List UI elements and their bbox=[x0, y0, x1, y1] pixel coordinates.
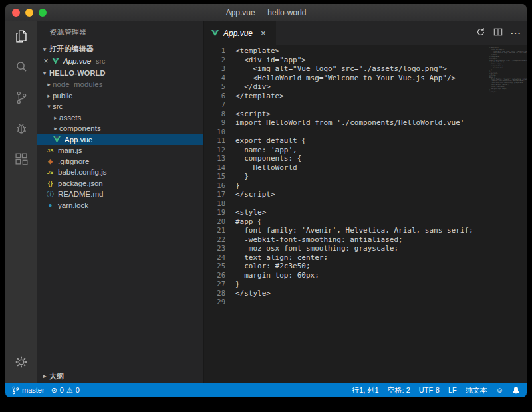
code-line[interactable]: 17</script> bbox=[204, 190, 527, 199]
code-line[interactable]: 3 <img alt="Vue logo" src="./assets/logo… bbox=[204, 64, 527, 74]
more-actions-icon[interactable]: ··· bbox=[511, 28, 521, 38]
tree-item-main.js[interactable]: JSmain.js bbox=[37, 145, 203, 156]
tree-item-label: package.json bbox=[58, 179, 103, 187]
code-line[interactable]: 28</style> bbox=[204, 289, 527, 298]
minimize-window-button[interactable] bbox=[25, 9, 33, 17]
sync-icon[interactable] bbox=[476, 27, 485, 39]
titlebar[interactable]: App.vue — hello-world bbox=[5, 4, 527, 21]
tree-item-README.md[interactable]: ⓘREADME.md bbox=[37, 189, 203, 200]
split-editor-icon[interactable] bbox=[493, 27, 503, 39]
line-number: 15 bbox=[204, 172, 225, 181]
outline-header[interactable]: ▸ 大纲 bbox=[37, 369, 203, 383]
eol-sequence[interactable]: LF bbox=[448, 386, 457, 394]
settings-gear-icon[interactable] bbox=[5, 347, 37, 377]
tree-item-label: node_modules bbox=[53, 80, 102, 88]
close-window-button[interactable] bbox=[12, 9, 20, 17]
debug-icon[interactable] bbox=[5, 113, 37, 144]
line-content: </template> bbox=[225, 92, 284, 101]
tree-item-assets[interactable]: ▸assets bbox=[37, 112, 203, 124]
code-line[interactable]: 21 font-family: 'Avenir', Helvetica, Ari… bbox=[204, 226, 527, 235]
tree-item-components[interactable]: ▸components bbox=[37, 123, 203, 134]
tree-item-yarn.lock[interactable]: ●yarn.lock bbox=[37, 200, 203, 211]
folder-header[interactable]: ▾ HELLO-WORLD bbox=[37, 66, 203, 79]
git-branch-item[interactable]: master bbox=[12, 386, 45, 395]
tree-item-label: components bbox=[59, 124, 101, 132]
line-number: 19 bbox=[204, 208, 225, 217]
extensions-icon[interactable] bbox=[5, 144, 37, 174]
code-line[interactable]: 19<style> bbox=[204, 208, 527, 217]
code-line[interactable]: 14 HelloWorld bbox=[204, 163, 527, 173]
status-bar: master ⊘ 0 ⚠ 0 行1, 列1 空格: 2 UTF-8 LF 纯文本… bbox=[5, 383, 527, 397]
code-line[interactable]: 9import HelloWorld from './components/He… bbox=[204, 118, 527, 128]
close-tab-icon[interactable]: × bbox=[261, 28, 266, 38]
language-mode[interactable]: 纯文本 bbox=[466, 385, 487, 395]
tab-app-vue[interactable]: App.vue × bbox=[204, 21, 276, 45]
code-line[interactable]: 8<script> bbox=[204, 110, 527, 119]
code-line[interactable]: 4 <HelloWorld msg="Welcome to Your Vue.j… bbox=[204, 74, 527, 83]
code-line[interactable]: 13 components: { bbox=[204, 154, 527, 163]
code-line[interactable]: 15 } bbox=[204, 172, 527, 181]
sidebar: 资源管理器 ▾ 打开的编辑器 × App.vue src ▾ HELLO-WOR… bbox=[37, 21, 203, 383]
line-number: 29 bbox=[204, 298, 225, 307]
line-content: <HelloWorld msg="Welcome to Your Vue.js … bbox=[225, 74, 456, 83]
editor[interactable]: 1<template>2 <div id="app">3 <img alt="V… bbox=[204, 45, 527, 383]
open-editor-item[interactable]: × App.vue src bbox=[37, 55, 203, 66]
tree-item-src[interactable]: ▾src bbox=[37, 101, 203, 112]
code-line[interactable]: 12 name: 'app', bbox=[204, 146, 527, 155]
code-line[interactable]: 27} bbox=[204, 280, 527, 289]
problems-item[interactable]: ⊘ 0 ⚠ 0 bbox=[51, 386, 80, 395]
line-number: 24 bbox=[204, 253, 225, 262]
line-content: </div> bbox=[225, 82, 271, 92]
open-editors-header[interactable]: ▾ 打开的编辑器 bbox=[37, 43, 203, 55]
line-number: 7 bbox=[204, 100, 225, 110]
line-number: 14 bbox=[204, 163, 225, 173]
chevron-right-icon: ▸ bbox=[52, 125, 59, 132]
line-number: 4 bbox=[204, 74, 225, 83]
source-control-icon[interactable] bbox=[5, 82, 37, 113]
code-line[interactable]: 22 -webkit-font-smoothing: antialiased; bbox=[204, 235, 527, 245]
line-content: } bbox=[225, 280, 240, 289]
explorer-icon[interactable] bbox=[5, 21, 37, 52]
tree-item-babel.config.js[interactable]: JSbabel.config.js bbox=[37, 167, 203, 178]
code-line[interactable]: 5 </div> bbox=[204, 82, 527, 92]
code-line[interactable]: 26 margin-top: 60px; bbox=[204, 271, 527, 280]
tree-item-App.vue[interactable]: App.vue bbox=[37, 134, 203, 146]
code-line[interactable]: 1<template> bbox=[204, 47, 527, 56]
code-line[interactable]: 20#app { bbox=[204, 217, 527, 227]
branch-name: master bbox=[22, 386, 45, 394]
code-line[interactable]: 7 bbox=[204, 100, 527, 110]
tree-item-public[interactable]: ▸public bbox=[37, 90, 203, 102]
code-line[interactable]: 24 text-align: center; bbox=[204, 253, 527, 262]
errors-count: 0 bbox=[60, 386, 64, 394]
line-content: </script> bbox=[225, 190, 275, 199]
open-editors-label: 打开的编辑器 bbox=[49, 44, 94, 54]
tree-item-.gitignore[interactable]: ◆.gitignore bbox=[37, 156, 203, 167]
code-line[interactable]: 2 <div id="app"> bbox=[204, 56, 527, 65]
tab-bar: App.vue × ··· bbox=[204, 21, 527, 45]
line-content: color: #2c3e50; bbox=[225, 262, 311, 271]
code-line[interactable]: 23 -moz-osx-font-smoothing: grayscale; bbox=[204, 244, 527, 253]
tree-item-node_modules[interactable]: ▸node_modules bbox=[37, 79, 203, 90]
code-line[interactable]: 16} bbox=[204, 181, 527, 191]
code-line[interactable]: 25 color: #2c3e50; bbox=[204, 262, 527, 271]
code-line[interactable]: 6</template> bbox=[204, 92, 527, 101]
tree-item-package.json[interactable]: {}package.json bbox=[37, 178, 203, 189]
editor-group: App.vue × ··· 1<template>2 <div id="app"… bbox=[203, 21, 527, 383]
close-editor-icon[interactable]: × bbox=[41, 56, 51, 66]
notifications-bell-icon[interactable] bbox=[512, 386, 520, 395]
code-line[interactable]: 10 bbox=[204, 128, 527, 137]
code-line[interactable]: 18 bbox=[204, 199, 527, 209]
search-icon[interactable] bbox=[5, 52, 37, 82]
zoom-window-button[interactable] bbox=[39, 9, 47, 17]
cursor-position[interactable]: 行1, 列1 bbox=[352, 385, 378, 395]
minimap[interactable]: <template> <div id="app"> <img alt="Vue … bbox=[489, 45, 527, 383]
line-number: 25 bbox=[204, 262, 225, 271]
line-number: 27 bbox=[204, 280, 225, 289]
encoding[interactable]: UTF-8 bbox=[419, 386, 440, 394]
feedback-smiley-icon[interactable]: ☺ bbox=[496, 386, 503, 394]
indentation[interactable]: 空格: 2 bbox=[388, 385, 410, 395]
line-number: 17 bbox=[204, 190, 225, 199]
code-line[interactable]: 11export default { bbox=[204, 136, 527, 146]
code-line[interactable]: 29 bbox=[204, 298, 527, 307]
line-content: -webkit-font-smoothing: antialiased; bbox=[225, 235, 403, 245]
